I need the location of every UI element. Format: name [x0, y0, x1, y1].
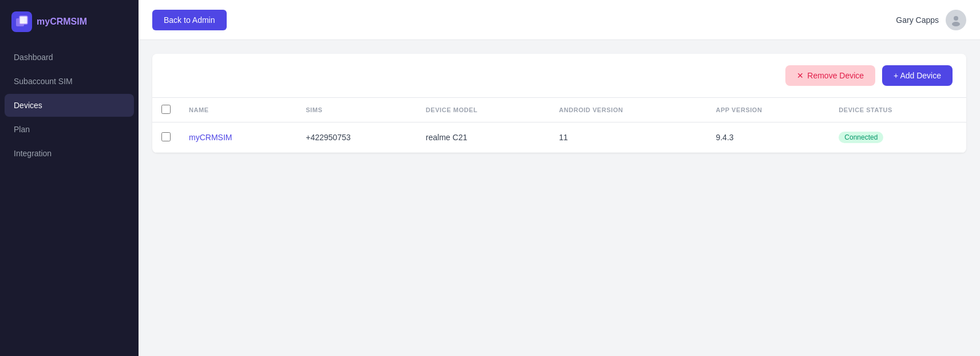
table-header-row: NAME SIMS DEVICE MODEL ANDROID VERSION A…	[152, 98, 966, 122]
row-name-cell: myCRMSIM	[180, 122, 297, 153]
svg-rect-1	[19, 16, 27, 24]
row-device-model-cell: realme C21	[417, 122, 550, 153]
row-checkbox[interactable]	[161, 132, 171, 141]
sidebar-item-integration[interactable]: Integration	[5, 142, 134, 165]
user-info: Gary Capps	[896, 10, 966, 30]
sidebar-item-subaccount-sim[interactable]: Subaccount SIM	[5, 70, 134, 93]
logo-text-brand: CRMSIM	[50, 17, 87, 26]
devices-table: NAME SIMS DEVICE MODEL ANDROID VERSION A…	[152, 97, 966, 153]
user-name: Gary Capps	[896, 15, 939, 25]
sidebar-item-plan[interactable]: Plan	[5, 118, 134, 141]
device-name-link[interactable]: myCRMSIM	[189, 133, 232, 142]
header-device-status: DEVICE STATUS	[829, 98, 966, 122]
header-name: NAME	[180, 98, 297, 122]
sidebar-item-devices[interactable]: Devices	[5, 94, 134, 117]
avatar	[946, 10, 966, 30]
sidebar-item-dashboard[interactable]: Dashboard	[5, 46, 134, 69]
devices-card: ✕ Remove Device + Add Device NAME SIMS	[152, 54, 966, 153]
sidebar-logo: myCRMSIM	[0, 0, 139, 46]
table-row: myCRMSIM +422950753 realme C21 11 9.4.3 …	[152, 122, 966, 153]
status-badge: Connected	[839, 132, 883, 143]
svg-point-4	[952, 22, 960, 26]
table-toolbar: ✕ Remove Device + Add Device	[152, 54, 966, 97]
back-to-admin-button[interactable]: Back to Admin	[152, 10, 227, 30]
header-app-version: APP VERSION	[706, 98, 829, 122]
remove-device-button[interactable]: ✕ Remove Device	[785, 65, 875, 86]
main-content: Back to Admin Gary Capps ✕ Remove Device…	[139, 0, 980, 356]
content-area: ✕ Remove Device + Add Device NAME SIMS	[139, 40, 980, 356]
logo-text-my: my	[37, 17, 50, 26]
row-checkbox-cell	[152, 122, 180, 153]
remove-icon: ✕	[797, 71, 804, 80]
header-android-version: ANDROID VERSION	[550, 98, 706, 122]
logo-text: myCRMSIM	[37, 17, 87, 27]
row-app-version-cell: 9.4.3	[706, 122, 829, 153]
sidebar: myCRMSIM Dashboard Subaccount SIM Device…	[0, 0, 139, 356]
header-sims: SIMS	[297, 98, 417, 122]
select-all-checkbox[interactable]	[161, 105, 171, 114]
row-android-version-cell: 11	[550, 122, 706, 153]
logo-icon	[11, 11, 32, 32]
add-device-button[interactable]: + Add Device	[882, 65, 953, 86]
svg-point-3	[954, 16, 958, 21]
remove-device-label: Remove Device	[807, 71, 864, 80]
header-checkbox-col	[152, 98, 180, 122]
add-device-label: + Add Device	[894, 71, 941, 80]
row-sims-cell: +422950753	[297, 122, 417, 153]
sidebar-nav: Dashboard Subaccount SIM Devices Plan In…	[0, 46, 139, 165]
header: Back to Admin Gary Capps	[139, 0, 980, 40]
header-device-model: DEVICE MODEL	[417, 98, 550, 122]
row-device-status-cell: Connected	[829, 122, 966, 153]
